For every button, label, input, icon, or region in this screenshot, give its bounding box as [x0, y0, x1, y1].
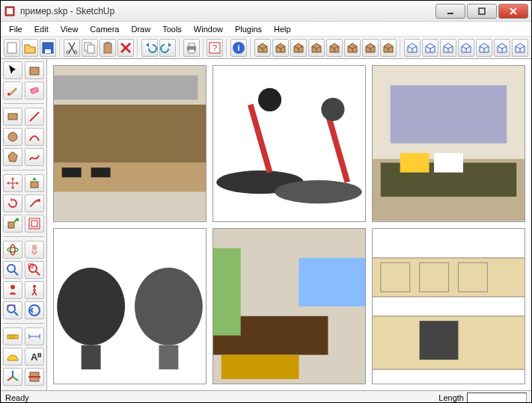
arc-icon[interactable]: [25, 128, 44, 146]
followme-icon[interactable]: [25, 194, 44, 212]
svg-rect-1: [7, 8, 13, 14]
menu-help[interactable]: Help: [269, 23, 296, 35]
offset-icon[interactable]: [25, 215, 44, 233]
minimize-button[interactable]: [435, 4, 465, 19]
length-input[interactable]: [467, 393, 527, 403]
svg-line-48: [14, 312, 18, 316]
menu-draw[interactable]: Draw: [126, 23, 156, 35]
menu-camera[interactable]: Camera: [85, 23, 124, 35]
viewport[interactable]: [47, 59, 531, 390]
box6-icon[interactable]: [380, 39, 397, 57]
rotate-icon[interactable]: [3, 194, 22, 212]
close-button[interactable]: [498, 4, 528, 19]
thumbnail-kitchen-interior[interactable]: [53, 65, 207, 222]
freehand-icon[interactable]: [25, 148, 44, 166]
box2-icon[interactable]: [272, 39, 289, 57]
wire3-icon[interactable]: [440, 39, 456, 57]
circle-icon[interactable]: [3, 128, 22, 146]
paste-icon[interactable]: [100, 39, 116, 57]
open-icon[interactable]: [22, 39, 38, 57]
wire5-icon[interactable]: [476, 39, 492, 57]
thumbnail-kitchen-cabinets[interactable]: [372, 228, 525, 385]
zoom-window-icon[interactable]: [25, 261, 44, 279]
svg-rect-89: [213, 247, 241, 335]
thumbnail-office-chairs[interactable]: [53, 228, 207, 385]
svg-rect-76: [391, 85, 507, 144]
model-info-icon[interactable]: ?: [207, 39, 223, 57]
svg-rect-78: [400, 153, 429, 173]
previous-icon[interactable]: [25, 301, 44, 319]
paint-icon[interactable]: [3, 81, 22, 99]
line-icon[interactable]: [25, 108, 44, 126]
menu-plugins[interactable]: Plugins: [230, 23, 267, 35]
svg-point-33: [37, 199, 40, 202]
svg-rect-84: [159, 345, 178, 369]
delete-icon[interactable]: [117, 39, 134, 57]
app-icon: [4, 5, 16, 17]
svg-rect-37: [31, 221, 37, 227]
box1-icon[interactable]: [254, 39, 271, 57]
svg-point-40: [7, 265, 15, 272]
tape-icon[interactable]: [3, 327, 22, 345]
box4-icon[interactable]: [344, 39, 361, 57]
cut-icon[interactable]: [64, 39, 80, 57]
svg-text:Aᴮc: Aᴮc: [31, 351, 42, 363]
svg-rect-64: [54, 105, 206, 163]
svg-rect-32: [31, 182, 38, 188]
save-icon[interactable]: [40, 39, 56, 57]
eraser-icon[interactable]: [25, 81, 44, 99]
thumbnail-living-room-sofa[interactable]: [372, 65, 525, 222]
maximize-button[interactable]: [467, 4, 497, 19]
thumbnail-elliptical-trainer[interactable]: [213, 65, 366, 222]
redo-icon[interactable]: [159, 39, 176, 57]
svg-point-45: [10, 285, 15, 289]
protractor-icon[interactable]: [3, 348, 22, 366]
text-icon[interactable]: Aᴮc: [25, 348, 44, 366]
box3-icon[interactable]: [326, 39, 343, 57]
pan-icon[interactable]: [25, 241, 44, 259]
dimension-icon[interactable]: [25, 327, 44, 345]
component-icon[interactable]: [25, 61, 44, 79]
instructor-icon[interactable]: i: [230, 39, 247, 57]
section-icon[interactable]: [25, 368, 44, 386]
thumbnail-office-room[interactable]: [213, 228, 366, 385]
length-label: Length: [438, 393, 464, 402]
svg-point-39: [10, 244, 15, 255]
polygon-icon[interactable]: [3, 148, 22, 166]
wire6-icon[interactable]: [494, 39, 510, 57]
menu-file[interactable]: File: [4, 23, 28, 35]
orbit-icon[interactable]: [3, 241, 22, 259]
undo-icon[interactable]: [141, 39, 158, 57]
svg-rect-3: [479, 8, 485, 14]
menu-edit[interactable]: Edit: [29, 23, 54, 35]
copy-icon[interactable]: [82, 39, 98, 57]
svg-rect-12: [88, 45, 94, 53]
wire4-icon[interactable]: [458, 39, 474, 57]
select-icon[interactable]: [3, 61, 22, 79]
menu-window[interactable]: Window: [189, 23, 228, 35]
zoom-extents-icon[interactable]: [3, 301, 22, 319]
wire2-icon[interactable]: [422, 39, 438, 57]
wire7-icon[interactable]: [512, 39, 528, 57]
axes-icon[interactable]: [3, 368, 22, 386]
zoom-icon[interactable]: [3, 261, 22, 279]
menu-tools[interactable]: Tools: [157, 23, 187, 35]
move-icon[interactable]: [3, 174, 22, 192]
look-icon[interactable]: [3, 281, 22, 299]
pushpull-icon[interactable]: [25, 174, 44, 192]
svg-rect-93: [420, 321, 459, 360]
svg-rect-82: [82, 345, 101, 369]
menu-view[interactable]: View: [55, 23, 84, 35]
svg-text:i: i: [238, 43, 240, 52]
scale-icon[interactable]: [3, 215, 22, 233]
rect-icon[interactable]: [3, 108, 22, 126]
svg-point-46: [33, 285, 36, 288]
house2-icon[interactable]: [308, 39, 325, 57]
house1-icon[interactable]: [290, 39, 307, 57]
new-icon[interactable]: [4, 39, 20, 57]
box5-icon[interactable]: [362, 39, 379, 57]
wire1-icon[interactable]: [404, 39, 421, 57]
titlebar: пример.skp - SketchUp: [1, 1, 531, 22]
print-icon[interactable]: [183, 39, 200, 57]
walk-icon[interactable]: [25, 281, 44, 299]
